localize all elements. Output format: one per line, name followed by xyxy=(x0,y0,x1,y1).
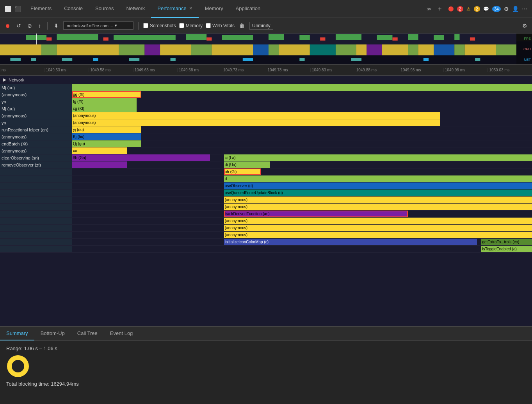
flame-row[interactable]: trackDerivedFunction (an) xyxy=(0,211,532,218)
url-dropdown-icon[interactable]: ▾ xyxy=(115,23,117,28)
flame-row[interactable]: oh (Gi) xyxy=(0,168,532,175)
flame-bar-item[interactable]: useQueuedForceUpdateBlock (o) xyxy=(224,190,532,196)
flame-bar-area: (anonymous) xyxy=(72,112,532,119)
tab-sources[interactable]: Sources xyxy=(89,0,120,18)
close-performance-tab[interactable]: ✕ xyxy=(189,6,192,11)
tab-elements[interactable]: Elements xyxy=(24,0,58,18)
tab-console[interactable]: Console xyxy=(58,0,89,18)
flame-row[interactable]: clearObserving (sn)$h (Ga)ci (La) xyxy=(0,154,532,161)
record-button[interactable]: ⏺ xyxy=(3,22,12,30)
web-vitals-checkbox[interactable] xyxy=(206,23,211,28)
more-options-icon[interactable]: ⋯ xyxy=(522,6,527,12)
flame-row[interactable]: d xyxy=(0,175,532,183)
tab-call-tree[interactable]: Call Tree xyxy=(71,326,104,340)
tab-summary[interactable]: Summary xyxy=(0,326,34,340)
flame-row[interactable]: runReactionsHelper (gn)yj (ou) xyxy=(0,126,532,133)
tab-application[interactable]: Application xyxy=(230,0,267,18)
flame-bar-item[interactable]: (anonymous) xyxy=(72,119,440,126)
timeline-overview[interactable]: 987 ms 1987 ms 2987 ms 3987 ms 4987 ms 5… xyxy=(0,34,532,65)
settings2-icon[interactable]: ⚙ xyxy=(521,22,529,30)
flame-bar-item[interactable]: Qj (gu) xyxy=(72,140,141,147)
load-profile-button[interactable]: ⬇ xyxy=(52,22,60,30)
flame-bar-item[interactable]: di (Ua) xyxy=(224,161,270,168)
user-icon[interactable]: 👤 xyxy=(512,6,519,12)
tab-memory[interactable]: Memory xyxy=(199,0,230,18)
flame-row[interactable]: (anonymous)(anonymous) xyxy=(0,112,532,119)
flame-bar-item[interactable]: (anonymous) xyxy=(72,112,440,119)
flame-row[interactable]: Mj (uu)cg (Kl) xyxy=(0,105,532,112)
flame-row[interactable]: (anonymous) xyxy=(0,197,532,204)
flame-row[interactable]: initializeIconColorMap (c)getExtraTo...t… xyxy=(0,239,532,246)
flame-row[interactable]: (anonymous)gg (Xl) xyxy=(0,91,532,98)
flame-row[interactable]: (anonymous)xo xyxy=(0,147,532,154)
flame-bar-item[interactable] xyxy=(72,84,532,91)
svg-rect-45 xyxy=(129,58,139,61)
performance-toolbar: ⏺ ↺ ⊘ ↑ ⬇ outlook-sdf.office.com ... ▾ S… xyxy=(0,18,532,34)
flame-row[interactable]: useQueuedForceUpdateBlock (o) xyxy=(0,190,532,197)
flame-bar-item[interactable]: yj (ou) xyxy=(72,126,141,133)
memory-checkbox-label[interactable]: Memory xyxy=(179,23,203,28)
flame-row[interactable]: yn(anonymous) xyxy=(0,119,532,126)
net-bar-area xyxy=(0,55,516,65)
stop-button[interactable]: ⊘ xyxy=(26,22,34,30)
screen-cast-icon[interactable]: ⬜ xyxy=(5,6,11,12)
flame-bar-item[interactable]: d xyxy=(224,175,532,182)
tab-bottom-up[interactable]: Bottom-Up xyxy=(34,326,71,340)
flame-row[interactable]: isToggleEnabled (a) xyxy=(0,246,532,253)
clear-button[interactable]: ↑ xyxy=(37,22,43,30)
flame-row-label: clearObserving (sn) xyxy=(0,154,72,161)
tab-performance[interactable]: Performance ✕ xyxy=(151,0,198,18)
flame-bar-item[interactable]: cg (Kl) xyxy=(72,105,137,112)
flame-row[interactable]: (anonymous) xyxy=(0,232,532,239)
flame-bar-item[interactable]: trackDerivedFunction (an) xyxy=(224,211,408,217)
trash-icon[interactable]: 🗑 xyxy=(238,22,246,30)
memory-checkbox[interactable] xyxy=(179,23,184,28)
reload-record-button[interactable]: ↺ xyxy=(15,22,23,30)
flame-bar-area: (anonymous) xyxy=(72,218,532,224)
flame-bar-item[interactable]: oh (Gi) xyxy=(224,168,261,175)
flame-bar-item[interactable] xyxy=(72,161,127,168)
flame-row[interactable]: (anonymous) xyxy=(0,218,532,225)
screenshots-checkbox[interactable] xyxy=(143,23,148,28)
flame-row[interactable]: Mj (uu) xyxy=(0,84,532,91)
flame-bar-item[interactable]: Kj (hu) xyxy=(72,133,141,140)
detail-mark-2: 1049.58 ms xyxy=(89,68,133,72)
add-tab-button[interactable]: + xyxy=(435,5,445,12)
flame-bar-item[interactable]: useObserver (d) xyxy=(224,183,532,189)
flame-row[interactable]: endBatch (Xt)Qj (gu) xyxy=(0,140,532,147)
flame-bar-item[interactable]: (anonymous) xyxy=(224,225,532,231)
flame-row[interactable]: (anonymous) xyxy=(0,225,532,232)
flame-row[interactable]: removeObserver (zt)di (Ua) xyxy=(0,161,532,168)
flame-bar-item[interactable]: initializeIconColorMap (c) xyxy=(224,239,477,245)
unminify-button[interactable]: Unminify xyxy=(249,22,273,30)
flame-bar-item[interactable]: getExtraTo...trols (co) xyxy=(481,239,532,245)
detail-mark-8: 1049.88 ms xyxy=(355,68,399,72)
more-tabs-button[interactable]: ≫ xyxy=(423,6,435,12)
network-expand-arrow[interactable]: ▶ xyxy=(3,77,6,82)
web-vitals-checkbox-label[interactable]: Web Vitals xyxy=(206,23,235,28)
tab-network[interactable]: Network xyxy=(120,0,151,18)
flame-bar-item[interactable]: fg (Yl) xyxy=(72,98,137,105)
device-toolbar-icon[interactable]: ⬛ xyxy=(14,6,21,12)
flame-bar-area: (anonymous) xyxy=(72,119,532,126)
flame-row[interactable]: useObserver (d) xyxy=(0,183,532,190)
flame-row[interactable]: (anonymous)Kj (hu) xyxy=(0,133,532,140)
cpu-bar-area xyxy=(0,44,516,55)
settings-icon[interactable]: ⚙ xyxy=(504,6,509,12)
flame-bar-item[interactable]: isToggleEnabled (a) xyxy=(481,246,532,252)
flame-bar-item[interactable]: xo xyxy=(72,147,127,154)
flame-bar-item[interactable]: (anonymous) xyxy=(224,197,532,203)
flame-row[interactable]: (anonymous) xyxy=(0,204,532,211)
flame-bar-item[interactable]: (anonymous) xyxy=(224,204,532,210)
tab-event-log[interactable]: Event Log xyxy=(104,326,139,340)
flame-bar-item[interactable]: ci (La) xyxy=(224,154,532,161)
flame-row-label: Mj (uu) xyxy=(0,84,72,91)
flame-bar-item[interactable]: $h (Ga) xyxy=(72,154,210,161)
flame-bar-item[interactable]: (anonymous) xyxy=(224,232,532,238)
network-row[interactable]: ▶ Network xyxy=(0,76,532,84)
screenshots-checkbox-label[interactable]: Screenshots xyxy=(143,23,176,28)
flame-chart[interactable]: Mj (uu)(anonymous)gg (Xl)ynfg (Yl)Mj (uu… xyxy=(0,84,532,326)
flame-bar-item[interactable]: gg (Xl) xyxy=(72,91,141,98)
flame-bar-item[interactable]: (anonymous) xyxy=(224,218,532,224)
flame-row[interactable]: ynfg (Yl) xyxy=(0,98,532,105)
